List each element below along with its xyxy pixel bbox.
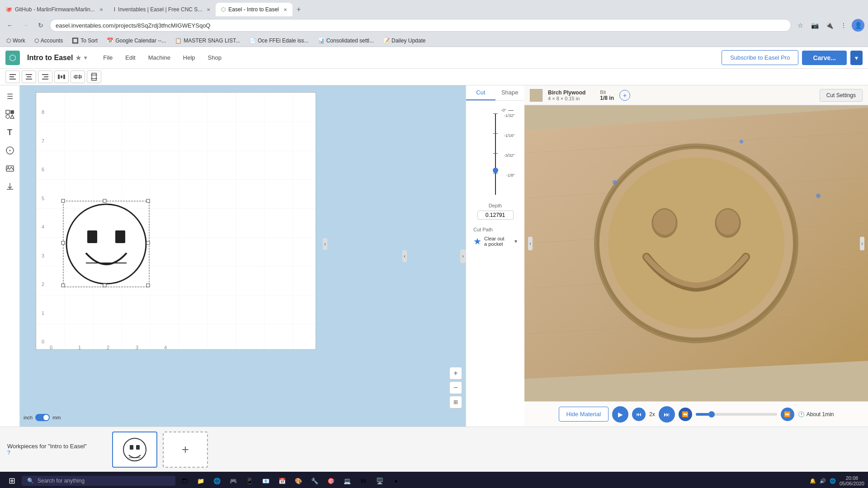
taskbar-word[interactable]: W (356, 474, 371, 488)
svg-text:0: 0 (42, 339, 44, 344)
taskbar-outlook[interactable]: 📧 (259, 474, 273, 488)
workpieces-help-icon[interactable]: ? (7, 450, 107, 456)
workpiece-add-button[interactable]: + (163, 432, 208, 468)
carve-button[interactable]: Carve... (802, 51, 847, 65)
toggle-switch[interactable] (35, 414, 50, 421)
bookmark-consolidated[interactable]: 📊 Consolidated settl... (315, 37, 377, 45)
menu-button[interactable]: ⋮ (837, 19, 850, 32)
cut-path-option[interactable]: ★ Clear out a pocket ▾ (470, 234, 521, 249)
taskbar-calendar[interactable]: 📅 (275, 474, 289, 488)
sidebar-icon-shapes[interactable] (3, 107, 17, 122)
collapse-preview-button[interactable]: ‹ (402, 250, 407, 262)
tab-easel[interactable]: ⬡ Easel - Intro to Easel ✕ (216, 3, 292, 16)
step-back-button[interactable]: ⏪ (679, 408, 692, 421)
app-title-star-icon[interactable]: ★ (75, 54, 81, 61)
address-bar[interactable]: easel.inventables.com/projects/8SqZrdj3t… (50, 19, 791, 32)
taskbar-task-view[interactable]: 🗔 (177, 474, 192, 488)
tab-shape[interactable]: Shape (495, 85, 525, 100)
toolbar-align-left[interactable] (5, 70, 20, 83)
align-left-icon (9, 73, 17, 81)
depth-input[interactable] (477, 211, 514, 220)
tab-close-inventables[interactable]: ✕ (207, 7, 210, 12)
taskbar-misc3[interactable]: 💻 (340, 474, 354, 488)
workpiece-thumb-1[interactable] (112, 432, 157, 468)
tab-close-github[interactable]: ✕ (99, 7, 103, 12)
nav-shop[interactable]: Shop (203, 52, 227, 64)
bookmark-oce[interactable]: 📄 Oce FFEi Edale iss... (246, 37, 311, 45)
bookmark-accounts[interactable]: ⬡ Accounts (32, 37, 66, 45)
toolbar-align-spread-h[interactable] (71, 70, 85, 83)
taskbar-illustrator[interactable]: 🎨 (291, 474, 306, 488)
tab-cut[interactable]: Cut (466, 85, 495, 100)
address-text: easel.inventables.com/projects/8SqZrdj3t… (56, 22, 210, 29)
taskbar-misc4[interactable]: 🖥️ (373, 474, 387, 488)
subscribe-button[interactable]: Subscribe to Easel Pro (722, 50, 798, 65)
taskbar-chrome[interactable]: 🌐 (210, 474, 224, 488)
fast-forward-button[interactable]: ⏭ (659, 406, 675, 422)
nav-file[interactable]: File (98, 52, 118, 64)
canvas-area[interactable]: 0 1 2 3 4 5 6 7 8 0 1 2 3 4 (20, 85, 466, 427)
skip-to-end-button[interactable]: ⏩ (781, 408, 794, 421)
taskbar-misc5[interactable]: ♦ (389, 474, 403, 488)
bookmark-oce-icon: 📄 (249, 38, 256, 44)
collapse-left-button[interactable]: ‹ (528, 237, 533, 250)
hide-material-button[interactable]: Hide Material (559, 407, 609, 422)
collapse-cut-panel-button[interactable]: › (460, 249, 466, 263)
new-tab-button[interactable]: + (292, 3, 305, 16)
carve-dropdown-button[interactable]: ▾ (850, 51, 863, 65)
expand-cut-panel-button[interactable]: › (323, 238, 327, 250)
sidebar-icon-text[interactable]: T (3, 125, 17, 140)
bookmark-sort-icon: 🔲 (72, 38, 79, 44)
taskbar-phone[interactable]: 📱 (242, 474, 257, 488)
sidebar-icon-apps[interactable] (3, 143, 17, 158)
toolbar-align-right[interactable] (38, 70, 52, 83)
ruler-line: -1/32" -1/16" -3/32" -1/8" (495, 113, 496, 195)
plus-icon: + (182, 442, 189, 457)
svg-text:4: 4 (164, 345, 167, 349)
taskbar-search[interactable]: 🔍 Search for anything (22, 476, 175, 486)
bookmark-star-button[interactable]: ☆ (794, 19, 807, 32)
bookmark-sort[interactable]: 🔲 To Sort (69, 37, 100, 45)
nav-machine[interactable]: Machine (143, 52, 176, 64)
canvas-workspace[interactable]: 0 1 2 3 4 5 6 7 8 0 1 2 3 4 (36, 92, 316, 350)
start-button[interactable]: ⊞ (4, 473, 20, 488)
app-title-chevron-icon[interactable]: ▾ (84, 55, 87, 61)
toolbar-align-center[interactable] (22, 70, 36, 83)
taskbar-misc2[interactable]: 🎯 (324, 474, 338, 488)
sidebar-icon-import[interactable] (3, 179, 17, 194)
taskbar-steam[interactable]: 🎮 (226, 474, 241, 488)
nav-edit[interactable]: Edit (120, 52, 141, 64)
rewind-button[interactable]: ⏮ (632, 408, 646, 421)
unit-toggle[interactable]: inch mm (24, 414, 61, 421)
ruler-track[interactable]: -1/32" -1/16" -3/32" -1/8" (489, 113, 502, 195)
bookmark-work[interactable]: ⬡ Work (4, 37, 28, 45)
tab-close-easel[interactable]: ✕ (283, 7, 287, 12)
profile-button[interactable]: 👤 (852, 19, 864, 32)
bookmark-dailey[interactable]: 📝 Dailey Update (380, 37, 428, 45)
tab-inventables[interactable]: I Inventables | Easel | Free CNC S... ✕ (108, 3, 216, 16)
sidebar-icon-menu[interactable]: ☰ (3, 89, 17, 103)
forward-button[interactable]: → (19, 19, 32, 32)
sidebar-icon-image[interactable] (3, 161, 17, 176)
tab-github[interactable]: 🐙 GitHub - MarlinFirmware/Marlin... ✕ (0, 3, 108, 16)
bookmark-snag[interactable]: 📋 MASTER SNAG LIST... (172, 37, 243, 45)
screenshot-button[interactable]: 📷 (808, 19, 821, 32)
extension-button[interactable]: 🔌 (823, 19, 835, 32)
bookmark-calendar[interactable]: 📅 Google Calendar --... (104, 37, 169, 45)
nav-help[interactable]: Help (178, 52, 201, 64)
cut-path-dropdown-icon[interactable]: ▾ (514, 238, 517, 244)
zoom-fit-button[interactable]: ⊞ (449, 396, 462, 408)
toolbar-distribute-h[interactable] (54, 70, 69, 83)
clock-icon: 🕐 (798, 411, 805, 418)
expand-right-button[interactable]: › (860, 237, 864, 250)
taskbar-file-explorer[interactable]: 📁 (193, 474, 208, 488)
play-button[interactable]: ▶ (612, 406, 628, 422)
toolbar-align-spread-v[interactable] (87, 70, 101, 83)
tab-label-github: GitHub - MarlinFirmware/Marlin... (15, 6, 95, 13)
back-button[interactable]: ← (4, 19, 16, 32)
refresh-button[interactable]: ↻ (34, 19, 47, 32)
zoom-out-button[interactable]: − (449, 381, 462, 394)
zoom-in-button[interactable]: + (449, 367, 462, 380)
playback-progress-bar[interactable] (696, 413, 777, 416)
taskbar-misc1[interactable]: 🔧 (307, 474, 322, 488)
